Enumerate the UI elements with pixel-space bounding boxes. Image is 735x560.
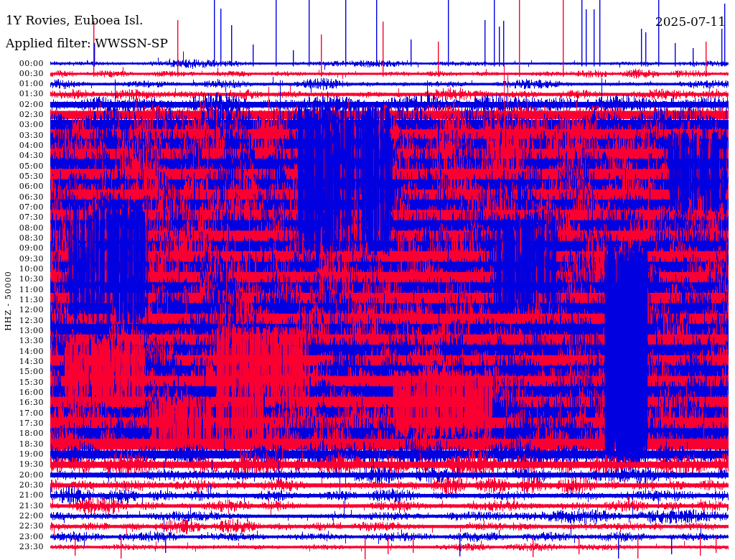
time-label: 15:00	[3, 368, 44, 376]
time-label: 06:00	[3, 182, 44, 191]
time-label: 01:00	[3, 80, 44, 88]
time-label: 14:30	[3, 358, 44, 366]
time-label: 17:00	[3, 409, 44, 418]
time-label: 14:00	[3, 347, 44, 356]
time-label: 22:30	[3, 522, 44, 531]
time-label: 19:30	[3, 460, 44, 469]
time-label: 20:30	[3, 481, 44, 490]
time-label: 03:00	[3, 121, 44, 129]
time-label: 00:30	[3, 70, 44, 78]
time-label: 07:00	[3, 203, 44, 212]
time-label: 05:00	[3, 162, 44, 171]
time-label: 13:00	[3, 327, 44, 335]
time-label: 21:30	[3, 502, 44, 510]
time-label: 03:30	[3, 131, 44, 140]
time-label: 23:00	[3, 533, 44, 541]
time-label: 21:00	[3, 491, 44, 500]
time-label: 22:00	[3, 512, 44, 521]
time-label: 18:00	[3, 429, 44, 438]
time-label: 04:00	[3, 141, 44, 150]
time-label: 12:00	[3, 306, 44, 314]
time-label: 17:30	[3, 419, 44, 428]
time-label: 05:30	[3, 172, 44, 181]
time-label: 08:30	[3, 234, 44, 243]
helicorder-page: 1Y Rovies, Euboea Isl. Applied filter: W…	[0, 0, 735, 560]
time-label: 20:00	[3, 471, 44, 480]
time-label: 06:30	[3, 193, 44, 202]
time-label: 04:30	[3, 151, 44, 160]
time-label: 11:00	[3, 286, 44, 294]
time-label: 02:00	[3, 101, 44, 109]
time-label: 02:30	[3, 111, 44, 119]
time-label: 19:00	[3, 450, 44, 459]
time-label: 10:30	[3, 275, 44, 284]
date-label: 2025-07-11	[655, 15, 726, 29]
time-label: 09:30	[3, 255, 44, 263]
time-label: 16:30	[3, 398, 44, 407]
time-label: 13:30	[3, 337, 44, 345]
seismogram-canvas	[0, 0, 735, 560]
time-label: 18:30	[3, 440, 44, 449]
time-label: 09:00	[3, 244, 44, 253]
time-label: 10:00	[3, 265, 44, 274]
time-label: 12:30	[3, 317, 44, 325]
time-label: 01:30	[3, 90, 44, 98]
station-title: 1Y Rovies, Euboea Isl.	[6, 14, 143, 27]
time-label: 08:00	[3, 224, 44, 233]
time-label: 07:30	[3, 213, 44, 222]
applied-filter-label: Applied filter: WWSSN-SP	[6, 37, 168, 50]
time-label: 23:30	[3, 543, 44, 551]
time-label: 00:00	[3, 60, 44, 68]
time-label: 15:30	[3, 378, 44, 387]
time-label: 11:30	[3, 296, 44, 304]
time-label: 16:00	[3, 388, 44, 397]
